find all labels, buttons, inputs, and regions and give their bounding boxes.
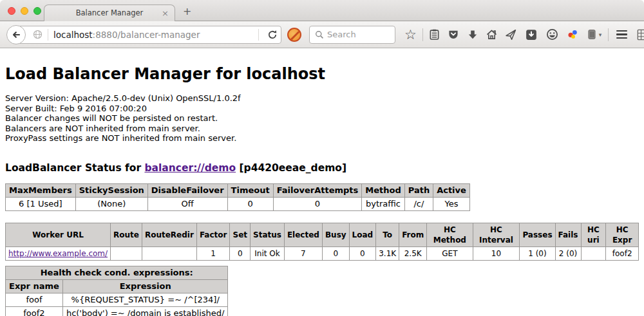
reload-button[interactable] xyxy=(264,30,281,40)
grid-icon xyxy=(637,29,644,41)
col-active: Active xyxy=(433,183,470,197)
health-title-row: Health check cond. expressions: xyxy=(6,266,228,279)
toolbar-separator xyxy=(422,28,423,41)
urlbar-divider xyxy=(48,29,48,41)
tab-title: Balancer Manager xyxy=(76,8,144,17)
feedback-button[interactable] xyxy=(546,28,558,41)
urlbar-divider-2 xyxy=(258,29,259,41)
health-data-row: foof %{REQUEST_STATUS} =~ /^[234]/ xyxy=(6,293,228,306)
paper-plane-icon xyxy=(505,29,516,41)
bookmark-star-button[interactable]: ☆ xyxy=(404,28,417,41)
send-tab-button[interactable] xyxy=(505,29,516,41)
back-arrow-icon xyxy=(11,30,21,40)
downloads-button[interactable] xyxy=(468,30,478,40)
tab-bar: Balancer Manager × + xyxy=(0,0,644,21)
page-title: Load Balancer Manager for localhost xyxy=(5,65,639,83)
square-download-icon xyxy=(526,29,537,41)
minimize-window-button[interactable] xyxy=(21,7,28,15)
health-check-table: Health check cond. expressions: Expr nam… xyxy=(5,266,228,316)
clipboard-icon xyxy=(429,29,440,40)
url-host: localhost xyxy=(53,30,93,40)
flashblock-icon[interactable] xyxy=(287,28,301,42)
navigation-toolbar: localhost:8880/balancer-manager ☆ xyxy=(0,21,644,48)
pocket-button[interactable] xyxy=(448,29,459,40)
worker-url-link[interactable]: http://www.example.com/ xyxy=(8,249,108,258)
status-heading: LoadBalancer Status for balancer://demo … xyxy=(5,162,639,174)
worker-header-row: Worker URL Route RouteRedir Factor Set S… xyxy=(6,223,639,246)
notice-proxypass: ProxyPass settings are NOT inherited fro… xyxy=(5,133,639,144)
back-button[interactable] xyxy=(6,25,26,44)
col-worker-url: Worker URL xyxy=(6,223,111,246)
tab-close-icon[interactable]: × xyxy=(162,5,169,21)
search-bar[interactable] xyxy=(309,26,395,44)
hamburger-icon xyxy=(616,30,627,32)
col-failoverattempts: FailoverAttempts xyxy=(273,183,362,197)
col-timeout: Timeout xyxy=(227,183,273,197)
download-arrow-icon xyxy=(468,30,478,40)
bookmarks-menu-button[interactable] xyxy=(429,29,440,40)
tab-balancer-manager[interactable]: Balancer Manager × xyxy=(44,5,175,21)
star-icon: ☆ xyxy=(404,28,417,41)
reload-icon xyxy=(267,30,278,40)
home-button[interactable] xyxy=(486,29,497,40)
home-icon xyxy=(486,29,497,40)
close-window-button[interactable] xyxy=(8,7,15,15)
zoom-window-button[interactable] xyxy=(33,7,41,15)
health-header-row: Expr name Expression xyxy=(6,279,228,293)
col-disablefailover: DisableFailover xyxy=(147,183,227,197)
page-content: Load Balancer Manager for localhost Serv… xyxy=(0,48,644,316)
container-icon xyxy=(587,29,597,40)
worker-data-row: http://www.example.com/ 1 0 Init Ok 7 0 … xyxy=(6,246,639,260)
health-data-row: foof2 hc('body') =~ /domain is establish… xyxy=(6,306,228,316)
smiley-icon xyxy=(546,28,558,41)
globe-icon xyxy=(33,30,43,39)
col-expr-name: Expr name xyxy=(6,279,63,293)
url-bar[interactable]: localhost:8880/balancer-manager xyxy=(16,26,281,44)
container-dropdown[interactable]: ▾ xyxy=(599,32,602,38)
server-info: Server Version: Apache/2.5.0-dev (Unix) … xyxy=(5,93,639,144)
browser-window: Balancer Manager × + localhost:8880/bala… xyxy=(0,0,644,316)
balancer-link[interactable]: balancer://demo xyxy=(144,162,236,174)
menu-button[interactable] xyxy=(616,30,627,39)
col-maxmembers: MaxMembers xyxy=(6,183,76,197)
chevron-down-icon: ▾ xyxy=(599,32,602,38)
colored-dots-icon xyxy=(567,29,578,40)
col-method: Method xyxy=(362,183,404,197)
url-text: localhost:8880/balancer-manager xyxy=(53,30,200,40)
new-tab-button[interactable]: + xyxy=(183,3,191,19)
balancer-table: MaxMembers StickySession DisableFailover… xyxy=(5,183,470,211)
url-path: :8880/balancer-manager xyxy=(93,30,200,40)
search-icon xyxy=(315,30,324,39)
col-path: Path xyxy=(404,183,433,197)
pocket-icon xyxy=(448,29,459,40)
extension-dots-button[interactable] xyxy=(567,29,578,40)
notice-inherit: Balancers are NOT inherited from main se… xyxy=(5,124,639,134)
status-heading-prefix: LoadBalancer Status for xyxy=(5,162,144,174)
balancer-header-row: MaxMembers StickySession DisableFailover… xyxy=(6,183,470,197)
server-built: Server Built: Feb 9 2016 07:00:20 xyxy=(5,104,639,114)
health-table-title: Health check cond. expressions: xyxy=(6,266,228,279)
container-button[interactable] xyxy=(587,29,597,40)
worker-table: Worker URL Route RouteRedir Factor Set S… xyxy=(5,223,639,261)
balancer-data-row: 6 [1 Used] (None) Off 0 0 bytraffic /c/ … xyxy=(6,197,470,210)
col-stickysession: StickySession xyxy=(75,183,147,197)
toolbar-separator-2 xyxy=(608,28,609,41)
window-controls xyxy=(8,7,41,15)
search-input[interactable] xyxy=(327,30,388,39)
download-manager-button[interactable] xyxy=(526,29,537,41)
notice-persist: Balancer changes will NOT be persisted o… xyxy=(5,113,639,124)
tab-groups-button[interactable] xyxy=(637,29,644,41)
status-heading-suffix: [p4420eeae_demo] xyxy=(236,162,346,174)
col-expression: Expression xyxy=(62,279,228,293)
server-version: Server Version: Apache/2.5.0-dev (Unix) … xyxy=(5,93,639,104)
